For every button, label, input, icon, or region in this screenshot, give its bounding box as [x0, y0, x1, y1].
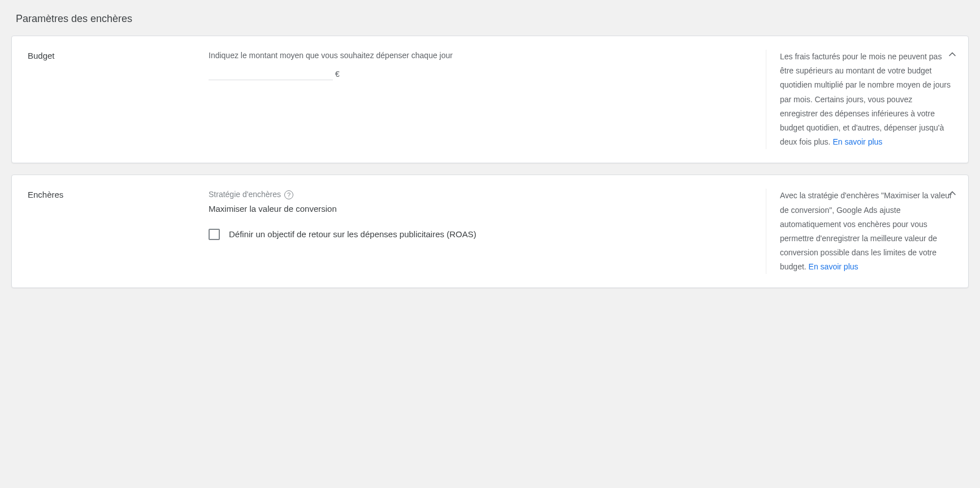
currency-symbol: € [335, 68, 340, 80]
budget-label: Budget [28, 50, 209, 149]
bidding-main: Stratégie d'enchères ? Maximiser la vale… [209, 189, 766, 274]
budget-info-panel: Les frais facturés pour le mois ne peuve… [766, 50, 952, 149]
chevron-up-icon [947, 49, 958, 60]
bidding-info-text: Avec la stratégie d'enchères "Maximiser … [780, 191, 952, 271]
bidding-strategy-value: Maximiser la valeur de conversion [209, 203, 752, 216]
budget-input-row: € [209, 64, 752, 80]
bidding-strategy-label-row: Stratégie d'enchères ? [209, 189, 293, 201]
budget-description: Indiquez le montant moyen que vous souha… [209, 50, 752, 62]
bidding-strategy-label: Stratégie d'enchères [209, 189, 281, 201]
help-icon[interactable]: ? [284, 190, 293, 199]
roas-checkbox-label: Définir un objectif de retour sur les dé… [229, 228, 476, 241]
roas-checkbox[interactable] [209, 229, 220, 240]
budget-collapse-button[interactable] [946, 47, 959, 61]
bidding-learn-more-link[interactable]: En savoir plus [809, 262, 858, 271]
budget-info-text: Les frais facturés pour le mois ne peuve… [780, 52, 951, 146]
bidding-card: Enchères Stratégie d'enchères ? Maximise… [11, 175, 969, 288]
roas-checkbox-row: Définir un objectif de retour sur les dé… [209, 228, 752, 241]
budget-learn-more-link[interactable]: En savoir plus [832, 137, 882, 146]
bidding-info-panel: Avec la stratégie d'enchères "Maximiser … [766, 189, 952, 274]
budget-amount-input[interactable] [209, 64, 333, 80]
bidding-collapse-button[interactable] [946, 186, 959, 200]
page-title: Paramètres des enchères [16, 11, 969, 27]
budget-main: Indiquez le montant moyen que vous souha… [209, 50, 766, 149]
chevron-up-icon [947, 188, 958, 199]
bidding-label: Enchères [28, 189, 209, 274]
budget-card: Budget Indiquez le montant moyen que vou… [11, 36, 969, 163]
